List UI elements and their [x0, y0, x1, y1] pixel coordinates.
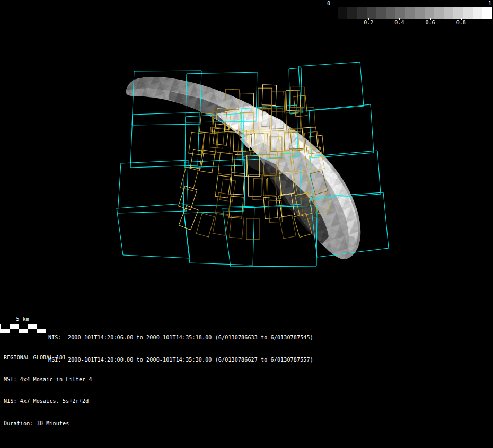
colorbar-step — [405, 7, 415, 19]
asteroid-layer — [126, 77, 360, 259]
msi-frame — [309, 104, 374, 158]
colorbar-step — [367, 7, 376, 19]
checker-cell — [28, 324, 37, 329]
nis-frame — [179, 205, 198, 230]
checker-cell — [37, 324, 46, 329]
colorbar-tick-label: 0.6 — [421, 20, 439, 25]
nis-frame — [189, 132, 204, 155]
checker-cell — [1, 324, 10, 329]
checker-cell — [1, 329, 10, 333]
colorbar-max-label: 1 — [488, 1, 491, 6]
colorbar: 0 1 0.20.40.60.8 — [325, 0, 493, 29]
scale-bar-label: 5 km — [0, 316, 45, 322]
colorbar-step — [482, 7, 492, 19]
colorbar-step — [357, 7, 366, 19]
colorbar-tick-label: 0.2 — [359, 20, 377, 25]
colorbar-step — [434, 7, 444, 19]
colorbar-step — [425, 7, 434, 19]
colorbar-step — [338, 7, 347, 19]
msi-mosaic-info: MSI: 4x4 Mosaic in Filter 4 — [4, 376, 92, 383]
colorbar-step — [463, 7, 472, 19]
colorbar-tick-mark — [399, 18, 400, 20]
nis-frame — [213, 213, 229, 236]
colorbar-step — [444, 7, 453, 19]
nis-mosaic-info: NIS: 4x7 Mosaics, 5s+2r+2d — [4, 398, 92, 405]
colorbar-step — [395, 7, 405, 19]
msi-frame — [118, 160, 188, 213]
colorbar-step — [473, 7, 482, 19]
visualization-canvas: 0 1 0.20.40.60.8 5 km NIS: 2000-101T14:2… — [0, 0, 493, 448]
colorbar-step — [415, 7, 425, 19]
nis-frame — [219, 179, 235, 201]
checker-cell — [19, 324, 28, 329]
msi-frame — [130, 112, 199, 168]
nis-frame — [229, 196, 243, 218]
nis-frame — [218, 153, 233, 175]
colorbar-tick-label: 0.8 — [452, 20, 470, 25]
colorbar-tick-label: 0.4 — [390, 20, 408, 25]
nis-frame — [262, 85, 276, 106]
scale-bar-underline — [3, 323, 42, 323]
colorbar-step — [453, 7, 463, 19]
checker-cell — [37, 329, 46, 333]
colorbar-tick-mark — [461, 18, 462, 20]
asteroid-body — [126, 77, 360, 259]
colorbar-gradient-bar — [338, 7, 492, 19]
colorbar-tick-mark — [368, 18, 369, 20]
nis-frame — [253, 179, 266, 200]
checker-cell — [28, 329, 37, 333]
nis-frame — [230, 216, 244, 238]
colorbar-tick-mark — [430, 18, 431, 20]
colorbar-step — [347, 7, 357, 19]
colorbar-zero-tick — [329, 5, 329, 19]
checker-cell — [19, 329, 28, 333]
nis-frame — [196, 213, 214, 237]
checker-cell — [10, 329, 19, 333]
checker-cell — [10, 324, 19, 329]
colorbar-step — [386, 7, 395, 19]
duration-info: Duration: 30 Minutes — [4, 420, 92, 427]
msi-frame — [298, 62, 364, 111]
colorbar-step — [376, 7, 386, 19]
scale-bar-checkerboard — [0, 324, 46, 333]
nis-frame — [249, 175, 261, 196]
nis-frame — [247, 218, 259, 240]
sequence-info: REGIONAL GLOBAL 101 MSI: 4x4 Mosaic in F… — [4, 339, 92, 442]
sequence-title: REGIONAL GLOBAL 101 — [4, 354, 92, 362]
nis-frame — [269, 200, 283, 222]
nis-frame — [190, 150, 204, 169]
